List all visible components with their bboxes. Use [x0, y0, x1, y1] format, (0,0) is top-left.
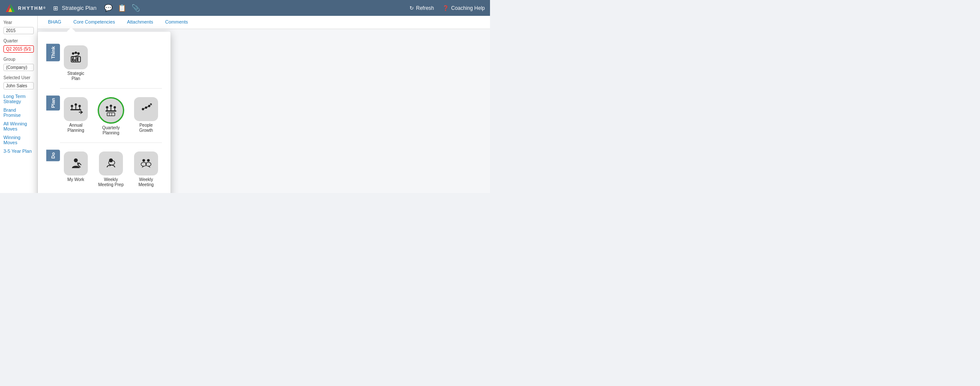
weekly-meeting-prep-item[interactable]: WeeklyMeeting Prep [95, 150, 127, 189]
winning-moves-link[interactable]: Winning Moves [3, 135, 34, 145]
tab-attachments[interactable]: Attachments [121, 16, 159, 29]
weekly-meeting-item[interactable]: WeeklyMeeting [130, 150, 162, 189]
plan-tab[interactable]: Plan [46, 95, 60, 110]
people-growth-item[interactable]: PeopleGrowth [130, 95, 162, 137]
my-work-icon-box [64, 151, 88, 175]
svg-point-17 [78, 105, 81, 107]
tab-comments[interactable]: Comments [159, 16, 194, 29]
my-work-item[interactable]: My Work [60, 150, 92, 189]
brand-promise-link[interactable]: Brand Promise [3, 107, 34, 118]
annual-planning-item[interactable]: AnnualPlanning [60, 95, 92, 137]
weekly-meeting-icon [138, 156, 154, 171]
svg-point-45 [142, 159, 145, 162]
main-layout: Year Quarter Group Selected User Long Te… [0, 16, 490, 193]
dropdown-arrow [67, 27, 75, 32]
svg-point-33 [142, 108, 144, 110]
year-label: Year [3, 20, 34, 25]
weekly-meeting-prep-icon-box [99, 151, 123, 175]
copy-icon[interactable]: 📋 [118, 4, 126, 12]
quarterly-planning-item[interactable]: QuarterlyPlanning [95, 95, 127, 137]
svg-rect-13 [74, 59, 75, 62]
attach-icon[interactable]: 📎 [131, 4, 140, 12]
annual-planning-icon [68, 101, 84, 117]
people-growth-label: PeopleGrowth [139, 123, 153, 133]
tab-bar: BHAG Core Competencies Attachments Comme… [38, 16, 490, 29]
user-label: Selected User [3, 75, 34, 80]
refresh-icon: ↻ [409, 5, 414, 11]
quarter-input[interactable] [3, 45, 34, 53]
long-term-strategy-link[interactable]: Long Term Strategy [3, 94, 34, 104]
svg-point-46 [147, 159, 149, 162]
year-input[interactable] [3, 27, 34, 34]
svg-rect-12 [72, 58, 73, 61]
annual-planning-label: AnnualPlanning [68, 123, 84, 133]
all-winning-moves-link[interactable]: All Winning Moves [3, 121, 34, 131]
coaching-help-button[interactable]: ❓ Coaching Help [442, 5, 485, 11]
quarterly-planning-icon-box [98, 97, 124, 124]
quarter-field: Quarter [3, 39, 34, 53]
think-menu-grid: StrategicPlan [60, 44, 162, 83]
tab-bhag[interactable]: BHAG [42, 16, 67, 29]
topbar-action-icons: 💬 📋 📎 [104, 4, 140, 12]
plan-section: Plan [60, 90, 162, 143]
think-tab[interactable]: Think [46, 44, 60, 61]
weekly-meeting-prep-icon [103, 156, 119, 171]
tab-core-competencies[interactable]: Core Competencies [67, 16, 121, 29]
think-section: Think [60, 39, 162, 89]
help-icon: ❓ [442, 5, 449, 11]
quarter-label: Quarter [3, 39, 34, 43]
3-5-year-plan-link[interactable]: 3-5 Year Plan [3, 148, 34, 154]
user-field: Selected User [3, 75, 34, 89]
group-input[interactable] [3, 64, 34, 71]
user-input[interactable] [3, 82, 34, 89]
quarterly-planning-icon [103, 103, 119, 118]
strategic-plan-label: StrategicPlan [67, 71, 84, 81]
svg-point-39 [74, 158, 78, 162]
svg-rect-14 [77, 57, 78, 61]
svg-point-15 [71, 105, 73, 107]
logo-text: RHYTHM [18, 6, 43, 11]
my-work-icon [68, 156, 84, 171]
people-growth-icon-box [134, 97, 158, 121]
weekly-meeting-prep-label: WeeklyMeeting Prep [98, 177, 123, 187]
do-menu-grid: My Work WeeklyMeeting Prep [60, 150, 162, 193]
svg-point-25 [114, 106, 116, 108]
svg-point-23 [106, 106, 108, 108]
svg-point-24 [110, 105, 112, 107]
svg-point-16 [75, 104, 77, 106]
plan-label[interactable]: Strategic Plan [62, 5, 96, 11]
refresh-button[interactable]: ↻ Refresh [409, 5, 434, 11]
svg-rect-18 [70, 109, 81, 110]
group-field: Group [3, 57, 34, 71]
people-growth-icon [138, 101, 154, 117]
do-section: Do My Work [60, 145, 162, 193]
my-work-label: My Work [67, 177, 84, 182]
logo-reg: ® [43, 6, 46, 9]
svg-rect-26 [105, 110, 116, 112]
sidebar: Year Quarter Group Selected User Long Te… [0, 16, 38, 193]
strategic-plan-icon [68, 50, 84, 65]
topbar-right: ↻ Refresh ❓ Coaching Help [409, 5, 485, 11]
other-meetings-item[interactable]: OtherMeetings [60, 193, 92, 193]
plan-menu-grid: AnnualPlanning [60, 95, 162, 137]
group-label: Group [3, 57, 34, 62]
strategic-plan-icon-box [64, 45, 88, 69]
weekly-meeting-icon-box [134, 151, 158, 175]
do-tab[interactable]: Do [46, 150, 60, 161]
annual-planning-icon-box [64, 97, 88, 121]
chat-icon[interactable]: 💬 [104, 4, 113, 12]
logo[interactable]: RHYTHM ® [5, 3, 46, 13]
grid-icon[interactable]: ⊞ [53, 5, 58, 12]
refresh-label: Refresh [416, 5, 434, 11]
strategic-plan-item[interactable]: StrategicPlan [60, 44, 92, 83]
topbar: RHYTHM ® ⊞ Strategic Plan 💬 📋 📎 ↻ Refres… [0, 0, 490, 16]
year-field: Year [3, 20, 34, 34]
svg-line-38 [149, 104, 151, 106]
nav-dropdown: Think [38, 32, 170, 193]
coaching-label: Coaching Help [451, 5, 485, 11]
weekly-meeting-label: WeeklyMeeting [138, 177, 154, 187]
quarterly-planning-label: QuarterlyPlanning [102, 125, 120, 136]
svg-rect-30 [107, 113, 115, 116]
